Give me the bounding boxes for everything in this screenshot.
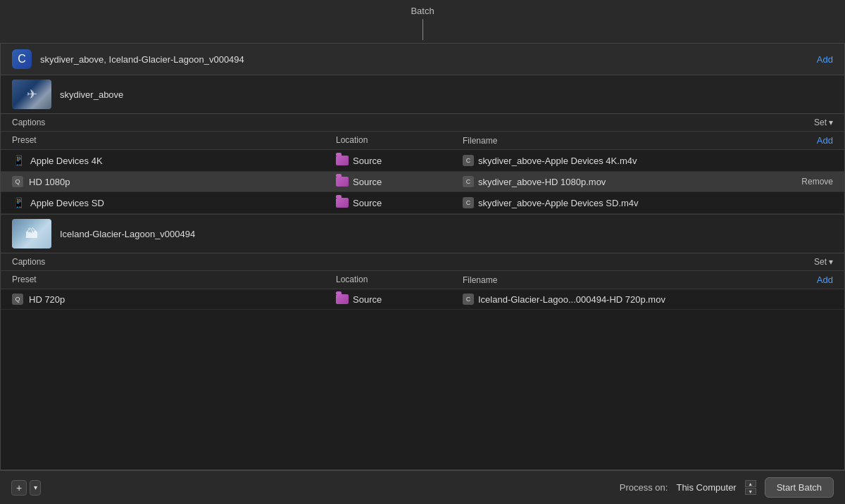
item1-col-location: Location [336, 135, 463, 146]
row4-preset-label: HD 720p [29, 294, 65, 305]
row1-preset-label: Apple Devices 4K [30, 156, 103, 166]
item2-col-filename-wrap: Filename Add [463, 275, 833, 285]
group1-add-button[interactable]: Add [817, 54, 833, 65]
row2-location-label: Source [353, 177, 382, 187]
row2-filename-label: skydiver_above-HD 1080p.mov [478, 177, 606, 187]
item2-set-chevron: ▾ [829, 257, 833, 267]
item1-captions-row: Captions Set ▾ [1, 114, 844, 132]
item1-col-filename: Filename [463, 136, 497, 146]
start-batch-button[interactable]: Start Batch [765, 477, 834, 498]
stepper-up-button[interactable]: ▲ [745, 480, 756, 487]
item1-header: ✈ skydiver_above [1, 75, 844, 114]
row3-filename: C skydiver_above-Apple Devices SD.m4v [463, 197, 833, 208]
row4-location-label: Source [353, 294, 382, 305]
item2-col-headers: Preset Location Filename Add [1, 271, 844, 289]
table-row[interactable]: Q HD 1080p Source C skydiver_above-HD 10… [1, 172, 844, 192]
row3-preset: 📱 Apple Devices SD [12, 196, 336, 209]
item1-thumbnail: ✈ [12, 80, 51, 109]
folder-icon [336, 177, 349, 187]
row1-filename-label: skydiver_above-Apple Devices 4K.m4v [478, 156, 637, 166]
stepper-down-icon: ▼ [748, 489, 753, 494]
batch-title-area: Batch [0, 0, 845, 43]
row2-preset: Q HD 1080p [12, 176, 336, 187]
add-batch-button[interactable]: + [11, 480, 27, 496]
hd-icon: Q [12, 294, 23, 305]
item1-col-headers: Preset Location Filename Add [1, 132, 844, 150]
file-icon: C [463, 197, 474, 208]
item2-col-filename: Filename [463, 275, 497, 285]
item2-thumbnail: 🏔 [12, 219, 51, 248]
footer-right: Process on: This Computer ▲ ▼ Start Batc… [620, 477, 834, 498]
group1-icon: C [12, 49, 32, 69]
row4-location: Source [336, 294, 463, 305]
group1-header: C skydiver_above, Iceland-Glacier-Lagoon… [1, 44, 844, 75]
item1-set-chevron: ▾ [829, 118, 833, 127]
stepper-down-button[interactable]: ▼ [745, 488, 756, 495]
item2-name: Iceland-Glacier-Lagoon_v000494 [60, 229, 833, 239]
folder-icon [336, 294, 349, 304]
glacier-icon: 🏔 [25, 227, 38, 241]
row4-preset: Q HD 720p [12, 294, 336, 305]
item2-col-location: Location [336, 275, 463, 285]
row2-remove-button[interactable]: Remove [801, 177, 833, 187]
skydiver-icon: ✈ [27, 87, 37, 102]
item1-filename-add-button[interactable]: Add [817, 135, 833, 146]
add-icon: + [16, 482, 22, 493]
row4-filename: C Iceland-Glacier-Lagoo...000494-HD 720p… [463, 294, 833, 305]
item2-col-preset: Preset [12, 275, 336, 285]
phone-icon: 📱 [12, 154, 25, 167]
item2-header: 🏔 Iceland-Glacier-Lagoon_v000494 [1, 215, 844, 253]
batch-title: Batch [411, 6, 434, 16]
row3-preset-label: Apple Devices SD [30, 198, 104, 208]
item1-col-preset: Preset [12, 135, 336, 146]
footer-left: + ▾ [11, 480, 41, 496]
row2-filename: C skydiver_above-HD 1080p.mov Remove [463, 176, 833, 187]
add-dropdown-button[interactable]: ▾ [30, 480, 41, 496]
row2-preset-label: HD 1080p [29, 177, 70, 187]
group1-icon-letter: C [18, 53, 26, 65]
table-row[interactable]: Q HD 720p Source C Iceland-Glacier-Lagoo… [1, 289, 844, 310]
file-icon: C [463, 294, 474, 305]
group1-title: skydiver_above, Iceland-Glacier-Lagoon_v… [40, 54, 817, 65]
folder-icon [336, 198, 349, 208]
row3-location-label: Source [353, 198, 382, 208]
process-value: This Computer [676, 482, 736, 493]
item1-col-filename-wrap: Filename Add [463, 135, 833, 146]
hd-icon: Q [12, 176, 23, 187]
process-on-label: Process on: [620, 482, 668, 493]
row2-location: Source [336, 177, 463, 187]
item2-set-button[interactable]: Set ▾ [814, 257, 833, 267]
stepper-up-icon: ▲ [748, 481, 753, 486]
folder-icon [336, 156, 349, 165]
chevron-icon: ▾ [34, 484, 37, 491]
row1-filename: C skydiver_above-Apple Devices 4K.m4v [463, 155, 833, 166]
row1-location: Source [336, 156, 463, 166]
footer: + ▾ Process on: This Computer ▲ ▼ Start … [0, 470, 845, 504]
row3-filename-label: skydiver_above-Apple Devices SD.m4v [478, 198, 639, 208]
item1-set-button[interactable]: Set ▾ [814, 118, 833, 127]
file-icon: C [463, 176, 474, 187]
row1-location-label: Source [353, 156, 382, 166]
process-stepper[interactable]: ▲ ▼ [745, 480, 756, 495]
row1-preset: 📱 Apple Devices 4K [12, 154, 336, 167]
item2-filename-add-button[interactable]: Add [817, 275, 833, 285]
item2-captions-row: Captions Set ▾ [1, 253, 844, 271]
row4-filename-label: Iceland-Glacier-Lagoo...000494-HD 720p.m… [478, 294, 665, 305]
file-icon: C [463, 155, 474, 166]
row3-location: Source [336, 198, 463, 208]
table-row[interactable]: 📱 Apple Devices SD Source C skydiver_abo… [1, 192, 844, 214]
phone-icon: 📱 [12, 196, 25, 209]
item2-captions-label: Captions [12, 257, 45, 267]
item1-captions-label: Captions [12, 118, 45, 127]
main-content: C skydiver_above, Iceland-Glacier-Lagoon… [0, 43, 845, 470]
item1-name: skydiver_above [60, 89, 833, 100]
table-row[interactable]: 📱 Apple Devices 4K Source C skydiver_abo… [1, 150, 844, 172]
